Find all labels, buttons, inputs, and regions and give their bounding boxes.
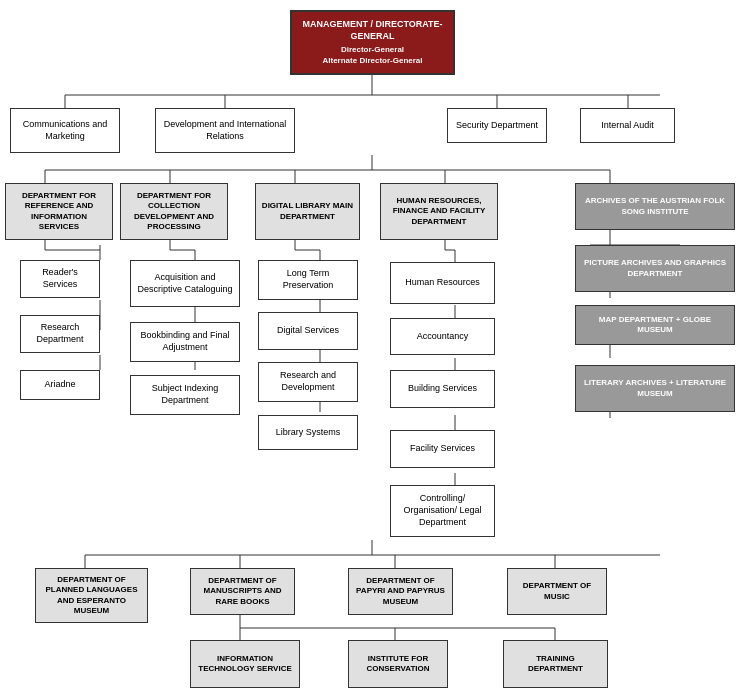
picture-arch-label: PICTURE ARCHIVES AND GRAPHICS DEPARTMENT — [581, 258, 729, 279]
research-dev-box: Research and Development — [258, 362, 358, 402]
map-dept-box: MAP DEPARTMENT + GLOBE MUSEUM — [575, 305, 735, 345]
dept-planned-label: DEPARTMENT OF PLANNED LANGUAGES AND ESPE… — [41, 575, 142, 617]
dept-ref-box: DEPARTMENT FOR REFERENCE AND INFORMATION… — [5, 183, 113, 240]
archives-folk-box: ARCHIVES OF THE AUSTRIAN FOLK SONG INSTI… — [575, 183, 735, 230]
dept-papyri-label: DEPARTMENT OF PAPYRI AND PAPYRUS MUSEUM — [354, 576, 447, 607]
research-dept-box: Research Department — [20, 315, 100, 353]
readers-box: Reader's Services — [20, 260, 100, 298]
acquisition-box: Acquisition and Descriptive Cataloguing — [130, 260, 240, 307]
digital-services-box: Digital Services — [258, 312, 358, 350]
devint-box: Development and International Relations — [155, 108, 295, 153]
info-tech-box: INFORMATION TECHNOLOGY SERVICE — [190, 640, 300, 688]
readers-label: Reader's Services — [26, 267, 94, 290]
security-box: Security Department — [447, 108, 547, 143]
literary-label: LITERARY ARCHIVES + LITERATURE MUSEUM — [581, 378, 729, 399]
dept-papyri-box: DEPARTMENT OF PAPYRI AND PAPYRUS MUSEUM — [348, 568, 453, 615]
comms-label: Communications and Marketing — [16, 119, 114, 142]
org-chart: MANAGEMENT / DIRECTORATE-GENERAL Directo… — [0, 0, 745, 20]
acquisition-label: Acquisition and Descriptive Cataloguing — [136, 272, 234, 295]
comms-box: Communications and Marketing — [10, 108, 120, 153]
audit-label: Internal Audit — [601, 120, 654, 132]
accountancy-label: Accountancy — [417, 331, 469, 343]
dept-music-label: DEPARTMENT OF MUSIC — [513, 581, 601, 602]
training-box: TRAINING DEPARTMENT — [503, 640, 608, 688]
accountancy-box: Accountancy — [390, 318, 495, 355]
audit-box: Internal Audit — [580, 108, 675, 143]
dept-planned-box: DEPARTMENT OF PLANNED LANGUAGES AND ESPE… — [35, 568, 148, 623]
dept-ref-label: DEPARTMENT FOR REFERENCE AND INFORMATION… — [11, 191, 107, 233]
human-res-label: Human Resources — [405, 277, 480, 289]
management-box: MANAGEMENT / DIRECTORATE-GENERAL Directo… — [290, 10, 455, 75]
dept-hr-box: HUMAN RESOURCES, FINANCE AND FACILITY DE… — [380, 183, 498, 240]
dept-music-box: DEPARTMENT OF MUSIC — [507, 568, 607, 615]
dept-coll-label: DEPARTMENT FOR COLLECTION DEVELOPMENT AN… — [126, 191, 222, 233]
dept-hr-label: HUMAN RESOURCES, FINANCE AND FACILITY DE… — [386, 196, 492, 227]
facility-label: Facility Services — [410, 443, 475, 455]
info-tech-label: INFORMATION TECHNOLOGY SERVICE — [196, 654, 294, 675]
ariadne-box: Ariadne — [20, 370, 100, 400]
longterm-box: Long Term Preservation — [258, 260, 358, 300]
subject-box: Subject Indexing Department — [130, 375, 240, 415]
controlling-box: Controlling/ Organisation/ Legal Departm… — [390, 485, 495, 537]
training-label: TRAINING DEPARTMENT — [509, 654, 602, 675]
dept-manuscripts-box: DEPARTMENT OF MANUSCRIPTS AND RARE BOOKS — [190, 568, 295, 615]
dept-dig-box: DIGITAL LIBRARY MAIN DEPARTMENT — [255, 183, 360, 240]
human-res-box: Human Resources — [390, 262, 495, 304]
literary-box: LITERARY ARCHIVES + LITERATURE MUSEUM — [575, 365, 735, 412]
picture-arch-box: PICTURE ARCHIVES AND GRAPHICS DEPARTMENT — [575, 245, 735, 292]
library-sys-box: Library Systems — [258, 415, 358, 450]
building-label: Building Services — [408, 383, 477, 395]
research-dept-label: Research Department — [26, 322, 94, 345]
dept-manuscripts-label: DEPARTMENT OF MANUSCRIPTS AND RARE BOOKS — [196, 576, 289, 607]
research-dev-label: Research and Development — [264, 370, 352, 393]
archives-folk-label: ARCHIVES OF THE AUSTRIAN FOLK SONG INSTI… — [581, 196, 729, 217]
dept-coll-box: DEPARTMENT FOR COLLECTION DEVELOPMENT AN… — [120, 183, 228, 240]
building-box: Building Services — [390, 370, 495, 408]
institute-cons-box: INSTITUTE FOR CONSERVATION — [348, 640, 448, 688]
map-dept-label: MAP DEPARTMENT + GLOBE MUSEUM — [581, 315, 729, 336]
subject-label: Subject Indexing Department — [136, 383, 234, 406]
longterm-label: Long Term Preservation — [264, 268, 352, 291]
dept-dig-label: DIGITAL LIBRARY MAIN DEPARTMENT — [261, 201, 354, 222]
bookbinding-box: Bookbinding and Final Adjustment — [130, 322, 240, 362]
bookbinding-label: Bookbinding and Final Adjustment — [136, 330, 234, 353]
library-sys-label: Library Systems — [276, 427, 341, 439]
devint-label: Development and International Relations — [161, 119, 289, 142]
management-title: MANAGEMENT / DIRECTORATE-GENERAL — [297, 19, 448, 42]
institute-cons-label: INSTITUTE FOR CONSERVATION — [354, 654, 442, 675]
ariadne-label: Ariadne — [44, 379, 75, 391]
controlling-label: Controlling/ Organisation/ Legal Departm… — [396, 493, 489, 528]
facility-box: Facility Services — [390, 430, 495, 468]
digital-services-label: Digital Services — [277, 325, 339, 337]
security-label: Security Department — [456, 120, 538, 132]
management-sub: Director-GeneralAlternate Director-Gener… — [297, 45, 448, 66]
